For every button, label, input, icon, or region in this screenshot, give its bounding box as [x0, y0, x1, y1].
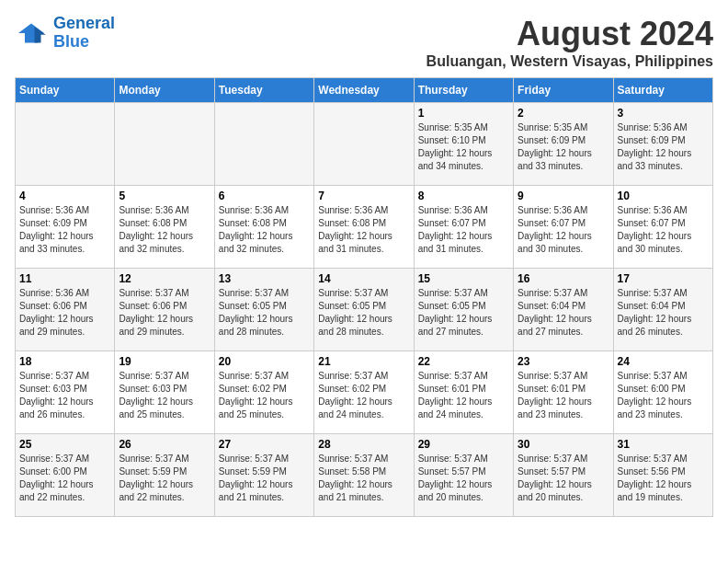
calendar-cell: 17Sunrise: 5:37 AM Sunset: 6:04 PM Dayli… — [613, 269, 712, 351]
day-header-saturday: Saturday — [613, 78, 712, 103]
day-info: Sunrise: 5:37 AM Sunset: 5:57 PM Dayligh… — [418, 453, 509, 504]
day-info: Sunrise: 5:37 AM Sunset: 6:05 PM Dayligh… — [318, 287, 409, 339]
day-number: 7 — [318, 190, 409, 202]
calendar-cell: 15Sunrise: 5:37 AM Sunset: 6:05 PM Dayli… — [414, 269, 513, 351]
calendar-cell: 30Sunrise: 5:37 AM Sunset: 5:57 PM Dayli… — [514, 434, 613, 517]
day-number: 20 — [219, 355, 310, 368]
day-header-sunday: Sunday — [16, 78, 115, 103]
calendar-cell: 16Sunrise: 5:37 AM Sunset: 6:04 PM Dayli… — [514, 269, 613, 351]
day-number: 5 — [119, 190, 210, 202]
day-info: Sunrise: 5:36 AM Sunset: 6:07 PM Dayligh… — [518, 204, 609, 256]
day-number: 3 — [618, 107, 709, 120]
calendar-cell — [115, 103, 214, 186]
day-number: 31 — [618, 438, 709, 451]
day-info: Sunrise: 5:35 AM Sunset: 6:09 PM Dayligh… — [518, 121, 609, 173]
header-row: SundayMondayTuesdayWednesdayThursdayFrid… — [16, 78, 713, 103]
calendar-cell — [16, 103, 115, 186]
day-number: 24 — [618, 355, 709, 368]
calendar-cell: 1Sunrise: 5:35 AM Sunset: 6:10 PM Daylig… — [414, 103, 513, 186]
calendar-cell: 14Sunrise: 5:37 AM Sunset: 6:05 PM Dayli… — [314, 269, 414, 351]
calendar-cell: 23Sunrise: 5:37 AM Sunset: 6:01 PM Dayli… — [514, 351, 613, 434]
day-info: Sunrise: 5:37 AM Sunset: 6:01 PM Dayligh… — [418, 370, 509, 421]
day-number: 1 — [418, 107, 509, 120]
calendar-cell: 2Sunrise: 5:35 AM Sunset: 6:09 PM Daylig… — [514, 103, 613, 186]
day-header-friday: Friday — [514, 78, 613, 103]
day-info: Sunrise: 5:37 AM Sunset: 5:58 PM Dayligh… — [318, 453, 409, 504]
calendar-cell: 24Sunrise: 5:37 AM Sunset: 6:00 PM Dayli… — [613, 351, 712, 434]
day-number: 11 — [19, 272, 110, 285]
day-number: 17 — [618, 272, 709, 285]
header: General Blue August 2024 Buluangan, West… — [15, 15, 713, 70]
day-number: 4 — [19, 190, 110, 202]
day-number: 18 — [19, 355, 110, 368]
day-number: 14 — [318, 272, 409, 285]
day-info: Sunrise: 5:36 AM Sunset: 6:09 PM Dayligh… — [19, 204, 110, 256]
day-info: Sunrise: 5:37 AM Sunset: 6:02 PM Dayligh… — [318, 370, 409, 421]
calendar-cell: 21Sunrise: 5:37 AM Sunset: 6:02 PM Dayli… — [314, 351, 414, 434]
day-info: Sunrise: 5:37 AM Sunset: 6:05 PM Dayligh… — [219, 287, 310, 339]
calendar-cell: 11Sunrise: 5:36 AM Sunset: 6:06 PM Dayli… — [16, 269, 115, 351]
day-info: Sunrise: 5:35 AM Sunset: 6:10 PM Dayligh… — [418, 121, 509, 173]
day-info: Sunrise: 5:36 AM Sunset: 6:07 PM Dayligh… — [418, 204, 509, 256]
calendar-cell: 20Sunrise: 5:37 AM Sunset: 6:02 PM Dayli… — [214, 351, 313, 434]
day-info: Sunrise: 5:36 AM Sunset: 6:08 PM Dayligh… — [119, 204, 210, 256]
day-header-monday: Monday — [115, 78, 214, 103]
calendar-cell: 12Sunrise: 5:37 AM Sunset: 6:06 PM Dayli… — [115, 269, 214, 351]
week-row-2: 4Sunrise: 5:36 AM Sunset: 6:09 PM Daylig… — [16, 186, 713, 269]
day-header-thursday: Thursday — [414, 78, 513, 103]
day-number: 23 — [518, 355, 609, 368]
day-number: 19 — [119, 355, 210, 368]
logo-text: General Blue — [53, 15, 115, 52]
day-number: 22 — [418, 355, 509, 368]
day-info: Sunrise: 5:36 AM Sunset: 6:06 PM Dayligh… — [19, 287, 110, 339]
day-info: Sunrise: 5:37 AM Sunset: 6:03 PM Dayligh… — [119, 370, 210, 421]
day-info: Sunrise: 5:37 AM Sunset: 6:03 PM Dayligh… — [19, 370, 110, 421]
calendar-cell: 29Sunrise: 5:37 AM Sunset: 5:57 PM Dayli… — [414, 434, 513, 517]
calendar-cell — [214, 103, 313, 186]
calendar-cell: 7Sunrise: 5:36 AM Sunset: 6:08 PM Daylig… — [314, 186, 414, 269]
calendar-cell: 8Sunrise: 5:36 AM Sunset: 6:07 PM Daylig… — [414, 186, 513, 269]
logo-icon — [15, 20, 48, 46]
subtitle: Buluangan, Western Visayas, Philippines — [427, 53, 713, 70]
day-number: 26 — [119, 438, 210, 451]
week-row-5: 25Sunrise: 5:37 AM Sunset: 6:00 PM Dayli… — [16, 434, 713, 517]
day-header-tuesday: Tuesday — [214, 78, 313, 103]
day-number: 9 — [518, 190, 609, 202]
day-number: 28 — [318, 438, 409, 451]
day-info: Sunrise: 5:36 AM Sunset: 6:09 PM Dayligh… — [618, 121, 709, 173]
day-info: Sunrise: 5:36 AM Sunset: 6:08 PM Dayligh… — [219, 204, 310, 256]
day-info: Sunrise: 5:37 AM Sunset: 6:05 PM Dayligh… — [418, 287, 509, 339]
calendar-cell: 28Sunrise: 5:37 AM Sunset: 5:58 PM Dayli… — [314, 434, 414, 517]
day-number: 12 — [119, 272, 210, 285]
day-info: Sunrise: 5:37 AM Sunset: 6:04 PM Dayligh… — [618, 287, 709, 339]
day-number: 6 — [219, 190, 310, 202]
calendar-cell — [314, 103, 414, 186]
day-number: 2 — [518, 107, 609, 120]
logo: General Blue — [15, 15, 115, 52]
day-number: 16 — [518, 272, 609, 285]
calendar-cell: 9Sunrise: 5:36 AM Sunset: 6:07 PM Daylig… — [514, 186, 613, 269]
calendar-cell: 22Sunrise: 5:37 AM Sunset: 6:01 PM Dayli… — [414, 351, 513, 434]
week-row-4: 18Sunrise: 5:37 AM Sunset: 6:03 PM Dayli… — [16, 351, 713, 434]
day-info: Sunrise: 5:37 AM Sunset: 6:01 PM Dayligh… — [518, 370, 609, 421]
day-number: 29 — [418, 438, 509, 451]
calendar-table: SundayMondayTuesdayWednesdayThursdayFrid… — [15, 77, 713, 517]
calendar-cell: 6Sunrise: 5:36 AM Sunset: 6:08 PM Daylig… — [214, 186, 313, 269]
calendar-cell: 13Sunrise: 5:37 AM Sunset: 6:05 PM Dayli… — [214, 269, 313, 351]
week-row-3: 11Sunrise: 5:36 AM Sunset: 6:06 PM Dayli… — [16, 269, 713, 351]
day-number: 27 — [219, 438, 310, 451]
calendar-cell: 5Sunrise: 5:36 AM Sunset: 6:08 PM Daylig… — [115, 186, 214, 269]
day-header-wednesday: Wednesday — [314, 78, 414, 103]
day-info: Sunrise: 5:37 AM Sunset: 5:59 PM Dayligh… — [119, 453, 210, 504]
calendar-cell: 10Sunrise: 5:36 AM Sunset: 6:07 PM Dayli… — [613, 186, 712, 269]
day-info: Sunrise: 5:37 AM Sunset: 6:02 PM Dayligh… — [219, 370, 310, 421]
calendar-cell: 27Sunrise: 5:37 AM Sunset: 5:59 PM Dayli… — [214, 434, 313, 517]
day-info: Sunrise: 5:37 AM Sunset: 6:00 PM Dayligh… — [19, 453, 110, 504]
day-info: Sunrise: 5:36 AM Sunset: 6:08 PM Dayligh… — [318, 204, 409, 256]
title-area: August 2024 Buluangan, Western Visayas, … — [427, 15, 713, 70]
main-title: August 2024 — [427, 15, 713, 53]
calendar-cell: 25Sunrise: 5:37 AM Sunset: 6:00 PM Dayli… — [16, 434, 115, 517]
day-number: 15 — [418, 272, 509, 285]
day-number: 10 — [618, 190, 709, 202]
day-info: Sunrise: 5:36 AM Sunset: 6:07 PM Dayligh… — [618, 204, 709, 256]
